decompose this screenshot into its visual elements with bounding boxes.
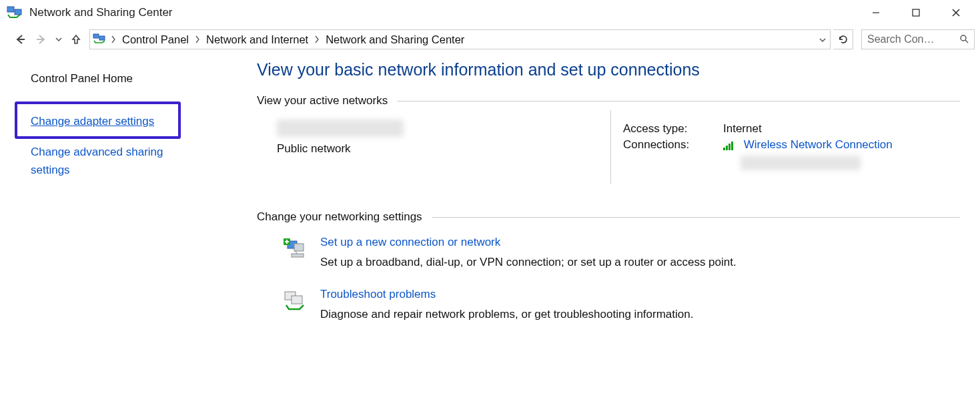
breadcrumb-control-panel[interactable]: Control Panel [118,30,193,49]
minimize-button[interactable] [856,3,896,23]
network-sharing-icon [93,33,106,46]
history-dropdown[interactable] [53,36,64,43]
svg-rect-9 [99,36,105,40]
sidebar: Control Panel Home Change adapter settin… [0,53,243,418]
network-sharing-icon [7,5,23,20]
svg-line-11 [965,40,968,43]
back-button[interactable] [11,30,29,49]
section-change-settings-label: Change your networking settings [257,210,422,224]
address-bar: Control Panel Network and Internet Netwo… [0,25,980,53]
svg-rect-3 [913,9,919,16]
refresh-button[interactable] [833,29,853,49]
svg-rect-14 [728,144,730,150]
forward-button[interactable] [32,30,51,49]
troubleshoot-problems-link[interactable]: Troubleshoot problems [320,288,436,300]
access-type-label: Access type: [623,122,723,136]
network-name-redacted [277,120,404,137]
connection-detail-redacted [741,156,861,170]
chevron-right-icon[interactable] [109,35,118,43]
section-active-networks-label: View your active networks [257,94,388,108]
breadcrumb-network-internet[interactable]: Network and Internet [202,30,312,49]
setup-new-connection-desc: Set up a broadband, dial-up, or VPN conn… [320,256,737,269]
svg-rect-15 [731,142,733,150]
svg-rect-18 [292,254,304,257]
divider [397,101,960,101]
control-panel-home-link[interactable]: Control Panel Home [31,72,243,85]
change-adapter-settings-link[interactable]: Change adapter settings [31,115,154,128]
svg-rect-17 [294,244,304,251]
setup-new-connection-link[interactable]: Set up a new connection or network [320,236,500,248]
troubleshoot-problems-desc: Diagnose and repair network problems, or… [320,308,693,321]
chevron-down-icon[interactable] [819,34,826,45]
access-type-value: Internet [723,122,762,136]
titlebar: Network and Sharing Center [0,0,980,25]
svg-line-19 [296,251,297,254]
svg-rect-8 [93,34,99,38]
signal-bars-icon [723,140,739,153]
chevron-right-icon[interactable] [193,35,202,43]
svg-point-10 [961,35,966,41]
maximize-button[interactable] [896,3,936,23]
highlighted-link-box: Change adapter settings [15,101,181,139]
search-placeholder: Search Con… [867,33,959,45]
main-content: View your basic network information and … [243,53,980,418]
close-button[interactable] [936,3,976,23]
window-title: Network and Sharing Center [29,6,173,19]
network-type-label: Public network [277,142,610,156]
svg-rect-24 [292,296,302,304]
svg-rect-1 [15,9,21,15]
connections-label: Connections: [623,138,723,152]
svg-rect-0 [7,7,14,12]
address-field[interactable]: Control Panel Network and Internet Netwo… [89,29,831,49]
change-advanced-sharing-link[interactable]: Change advanced sharing settings [31,143,204,179]
breadcrumb-network-sharing[interactable]: Network and Sharing Center [322,30,468,49]
up-button[interactable] [67,30,85,49]
divider [432,217,960,218]
wireless-connection-link[interactable]: Wireless Network Connection [744,138,893,151]
chevron-right-icon[interactable] [312,35,322,43]
divider [610,110,611,184]
svg-rect-12 [723,148,725,150]
svg-rect-13 [726,146,728,150]
search-icon [959,34,969,45]
search-input[interactable]: Search Con… [861,29,975,49]
troubleshoot-icon [280,288,311,315]
page-heading: View your basic network information and … [257,60,960,79]
new-connection-icon [280,236,311,262]
